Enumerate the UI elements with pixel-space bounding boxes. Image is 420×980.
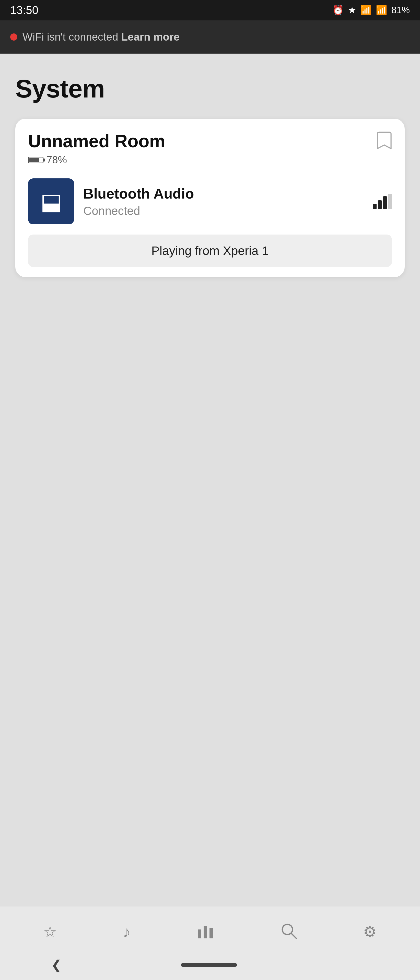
bottom-nav: ☆ ♪ ⚙ ❮ — [0, 907, 420, 980]
search-icon — [281, 923, 297, 942]
room-name: Unnamed Room — [28, 131, 165, 151]
battery-icon — [28, 157, 43, 163]
settings-icon: ⚙ — [363, 924, 377, 940]
wifi-error-dot — [10, 33, 18, 41]
signal-bar-4 — [388, 194, 392, 209]
device-row[interactable]: ⬓ Bluetooth Audio Connected — [28, 178, 392, 224]
status-time: 13:50 — [10, 4, 38, 17]
wifi-learn-more[interactable]: Learn more — [121, 31, 180, 43]
signal-bar-3 — [383, 196, 387, 209]
nav-item-search[interactable] — [281, 923, 297, 942]
wifi-banner[interactable]: WiFi isn't connected Learn more — [0, 21, 420, 54]
battery-status: 81% — [391, 5, 410, 16]
room-card[interactable]: Unnamed Room 78% ⬓ Bluetoo — [15, 119, 405, 277]
status-icons: ⏰ ★ 📶 📶 81% — [332, 5, 410, 16]
bookmark-icon — [377, 131, 392, 149]
back-button[interactable]: ❮ — [51, 958, 62, 972]
battery-fill — [29, 158, 39, 162]
signal-bar-2 — [378, 200, 382, 209]
signal-strength-icon — [373, 194, 392, 209]
battery-body — [28, 157, 43, 163]
bluetooth-status-icon: ★ — [348, 5, 356, 16]
device-name: Bluetooth Audio — [83, 185, 364, 202]
bluetooth-icon-box: ⬓ — [28, 178, 74, 224]
home-indicator-bar: ❮ — [0, 953, 420, 980]
favorites-icon: ☆ — [43, 924, 57, 940]
nav-item-favorites[interactable]: ☆ — [43, 924, 57, 940]
room-info: Unnamed Room 78% — [28, 131, 165, 165]
nav-items: ☆ ♪ ⚙ — [0, 907, 420, 953]
svg-line-4 — [291, 933, 296, 939]
svg-rect-2 — [209, 928, 213, 939]
alarm-icon: ⏰ — [332, 5, 344, 16]
battery-percent: 78% — [46, 154, 67, 165]
device-status: Connected — [83, 204, 364, 218]
signal-icon: 📶 — [376, 5, 387, 16]
main-content: System Unnamed Room 78% — [0, 54, 420, 298]
room-battery: 78% — [28, 154, 165, 165]
nav-item-settings[interactable]: ⚙ — [363, 924, 377, 940]
wifi-message-text: WiFi isn't connected — [22, 31, 121, 43]
nav-item-music[interactable]: ♪ — [123, 924, 131, 940]
home-pill[interactable] — [181, 963, 237, 967]
room-card-header: Unnamed Room 78% — [28, 131, 392, 165]
wifi-status-icon: 📶 — [360, 5, 372, 16]
svg-rect-0 — [198, 929, 201, 939]
page-title: System — [15, 74, 405, 103]
wifi-message: WiFi isn't connected Learn more — [22, 31, 180, 43]
playing-from-button[interactable]: Playing from Xperia 1 — [28, 234, 392, 267]
signal-bar-1 — [373, 204, 377, 209]
music-icon: ♪ — [123, 924, 131, 940]
status-bar: 13:50 ⏰ ★ 📶 📶 81% — [0, 0, 420, 21]
nav-item-nowplaying[interactable] — [196, 923, 214, 941]
svg-rect-1 — [204, 926, 207, 939]
bluetooth-icon: ⬓ — [40, 188, 62, 215]
nowplaying-icon — [196, 923, 214, 941]
device-info: Bluetooth Audio Connected — [83, 185, 364, 218]
